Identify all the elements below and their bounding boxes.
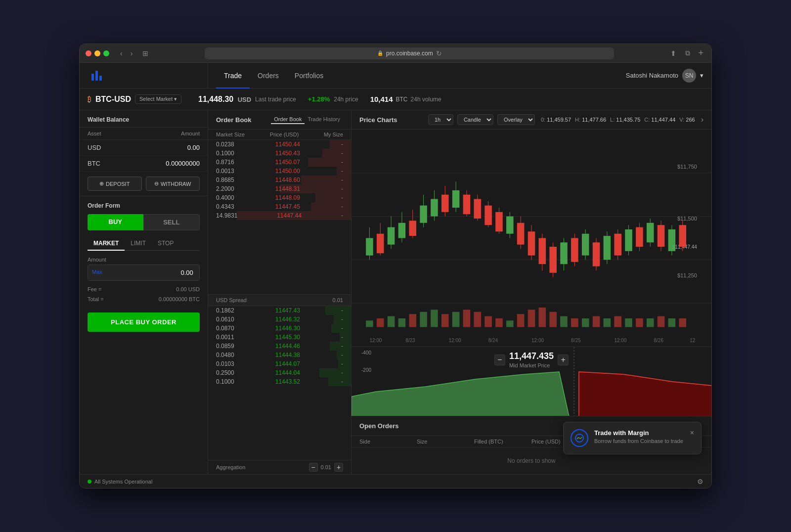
svg-rect-81 bbox=[495, 318, 503, 327]
agg-plus-btn[interactable]: + bbox=[334, 463, 343, 472]
ob-sell-row[interactable]: 2.2000 11448.31 - bbox=[208, 184, 351, 193]
svg-rect-92 bbox=[614, 316, 621, 327]
maximize-window-btn[interactable] bbox=[103, 50, 109, 56]
ob-buy-row[interactable]: 0.1862 11447.43 - bbox=[208, 306, 351, 315]
svg-rect-54 bbox=[604, 236, 611, 260]
svg-rect-62 bbox=[647, 223, 654, 243]
market-pair: ₿ BTC-USD Select Market ▾ bbox=[88, 94, 186, 104]
close-window-btn[interactable] bbox=[86, 50, 91, 56]
ob-buy-price: 11443.52 bbox=[275, 378, 300, 385]
agg-minus-btn[interactable]: − bbox=[309, 463, 318, 472]
chart-area[interactable]: $11,750 $11,500 $11,447.44 $11,250 bbox=[352, 130, 711, 347]
address-bar[interactable]: 🔒 pro.coinbase.com ↻ bbox=[205, 47, 614, 59]
ob-sell-row[interactable]: 14.9831 11447.44 - bbox=[208, 211, 351, 220]
stat-high: 11,477.66 bbox=[582, 117, 606, 123]
duplicate-btn[interactable]: ⧉ bbox=[682, 48, 693, 58]
ob-buy-row[interactable]: 0.0103 11444.07 - bbox=[208, 359, 351, 368]
amount-input[interactable] bbox=[106, 265, 197, 280]
ob-buy-row[interactable]: 0.0011 11445.30 - bbox=[208, 333, 351, 342]
tab-trade-history[interactable]: Trade History bbox=[305, 115, 343, 124]
nav-tab-portfolios[interactable]: Portfolios bbox=[287, 63, 331, 89]
ob-buy-price: 11446.30 bbox=[275, 325, 300, 332]
ob-sell-size: 0.4343 bbox=[216, 203, 234, 210]
last-price: 11,448.30 USD bbox=[198, 95, 251, 104]
nav-tab-trade[interactable]: Trade bbox=[216, 63, 250, 89]
window-controls-btn[interactable]: ⊞ bbox=[139, 48, 151, 58]
sell-tab[interactable]: SELL bbox=[143, 214, 200, 230]
ob-buy-row[interactable]: 0.0859 11444.46 - bbox=[208, 342, 351, 351]
overlay-select[interactable]: Overlay bbox=[497, 114, 535, 125]
svg-text:8/25: 8/25 bbox=[571, 338, 581, 343]
share-btn[interactable]: ⬆ bbox=[667, 48, 679, 58]
fee-row: Fee = 0.00 USD bbox=[88, 285, 200, 295]
chart-nav-right-btn[interactable]: › bbox=[701, 115, 703, 124]
depth-chart[interactable]: -400 -200 400 200 − 11,447.435 Mid Marke… bbox=[352, 347, 711, 416]
market-name: BTC-USD bbox=[95, 95, 131, 104]
depth-zoom-out-btn[interactable]: − bbox=[494, 355, 505, 365]
market-tab[interactable]: MARKET bbox=[88, 237, 125, 251]
svg-rect-32 bbox=[484, 206, 492, 225]
svg-rect-75 bbox=[431, 310, 438, 327]
ob-buy-row[interactable]: 0.0870 11446.30 - bbox=[208, 324, 351, 333]
svg-rect-34 bbox=[495, 212, 503, 232]
forward-btn[interactable]: › bbox=[128, 48, 136, 58]
ob-buy-row[interactable]: 0.0480 11444.38 - bbox=[208, 351, 351, 359]
stop-tab[interactable]: STOP bbox=[152, 237, 179, 251]
ob-sell-row[interactable]: 0.1000 11450.43 - bbox=[208, 149, 351, 158]
price-info: 11,448.30 USD Last trade price bbox=[198, 95, 296, 104]
order-book-tabs: Order Book Trade History bbox=[271, 115, 343, 124]
ob-sell-row[interactable]: 0.0238 11450.44 - bbox=[208, 140, 351, 149]
minimize-window-btn[interactable] bbox=[94, 50, 100, 56]
deposit-btn[interactable]: ⊕ DEPOSIT bbox=[88, 177, 142, 191]
balance-row-btc: BTC 0.00000000 bbox=[80, 156, 208, 172]
chart-header: Price Charts 1h4h1d CandleLine Overlay bbox=[352, 110, 711, 130]
ob-sell-row[interactable]: 0.8716 11450.07 - bbox=[208, 158, 351, 167]
svg-rect-68 bbox=[679, 225, 686, 247]
select-market-btn[interactable]: Select Market ▾ bbox=[135, 94, 181, 104]
max-link[interactable]: Max bbox=[88, 265, 106, 280]
new-tab-btn[interactable]: + bbox=[696, 48, 705, 58]
svg-text:12:00: 12:00 bbox=[531, 338, 544, 343]
refresh-btn[interactable]: ↻ bbox=[436, 49, 442, 57]
nav-tab-orders[interactable]: Orders bbox=[250, 63, 287, 89]
ob-sell-price: 11448.60 bbox=[275, 177, 300, 183]
withdraw-btn[interactable]: ⊖ WITHDRAW bbox=[146, 177, 200, 191]
ob-sell-row[interactable]: 0.0013 11450.00 - bbox=[208, 167, 351, 176]
ob-buy-row[interactable]: 0.0610 11446.32 - bbox=[208, 315, 351, 324]
user-info[interactable]: Satoshi Nakamoto SN ▾ bbox=[626, 69, 703, 83]
timeframe-select[interactable]: 1h4h1d bbox=[428, 114, 453, 125]
aggregation-row: Aggregation − 0.01 + bbox=[208, 460, 351, 474]
ob-buy-size: 0.2500 bbox=[216, 369, 234, 376]
ob-sell-row[interactable]: 0.4343 11447.45 - bbox=[208, 202, 351, 211]
action-buttons: ⊕ DEPOSIT ⊖ WITHDRAW bbox=[80, 172, 208, 196]
ob-buy-row[interactable]: 0.1000 11443.52 - bbox=[208, 377, 351, 386]
svg-rect-46 bbox=[560, 242, 568, 264]
back-btn[interactable]: ‹ bbox=[117, 48, 126, 58]
depth-zoom-in-btn[interactable]: + bbox=[558, 355, 569, 365]
svg-text:8/24: 8/24 bbox=[488, 338, 498, 343]
svg-rect-76 bbox=[441, 314, 449, 327]
stat-open-label: 0: 11,459.57 bbox=[541, 117, 571, 123]
app-logo bbox=[80, 63, 208, 88]
ob-buy-row[interactable]: 0.2500 11444.04 - bbox=[208, 368, 351, 377]
status-indicator bbox=[88, 480, 91, 484]
buy-tab[interactable]: BUY bbox=[88, 214, 143, 230]
limit-tab[interactable]: LIMIT bbox=[125, 237, 152, 251]
svg-rect-50 bbox=[582, 234, 589, 256]
tab-order-book[interactable]: Order Book bbox=[271, 115, 305, 124]
ob-sell-row[interactable]: 0.4000 11448.09 - bbox=[208, 193, 351, 202]
notif-close-btn[interactable]: × bbox=[690, 429, 694, 436]
svg-rect-40 bbox=[528, 231, 535, 255]
svg-rect-36 bbox=[506, 217, 514, 234]
price-change-label: 24h price bbox=[334, 96, 358, 103]
ob-sell-row[interactable]: 0.8685 11448.60 - bbox=[208, 176, 351, 184]
volume-value: 10,414 bbox=[370, 95, 393, 103]
chart-type-select[interactable]: CandleLine bbox=[457, 114, 493, 125]
ob-sell-size: 0.0238 bbox=[216, 141, 234, 148]
amount-usd: 0.00 bbox=[187, 144, 200, 151]
asset-usd: USD bbox=[88, 144, 101, 151]
place-order-btn[interactable]: PLACE BUY ORDER bbox=[88, 312, 200, 332]
settings-icon[interactable]: ⚙ bbox=[697, 478, 703, 486]
stat-open: 11,459.57 bbox=[547, 117, 571, 123]
depth-mid-section: − 11,447.435 Mid Market Price + bbox=[494, 351, 569, 368]
